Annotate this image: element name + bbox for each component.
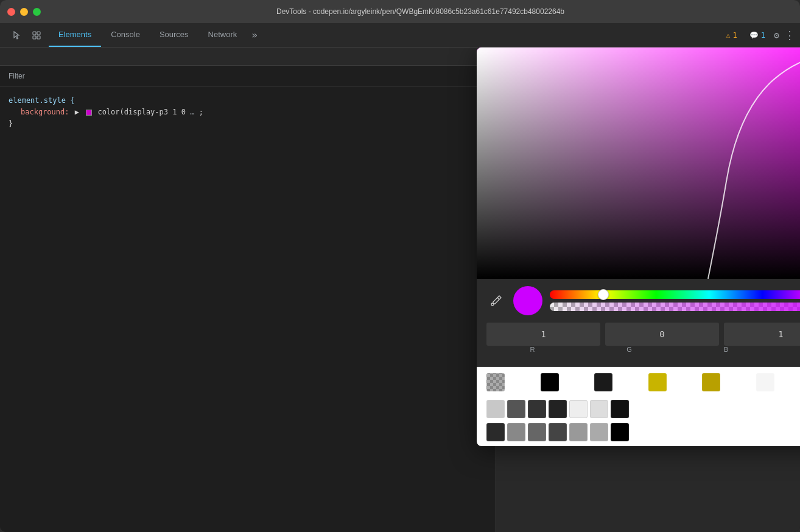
title-bar: DevTools - codepen.io/argyleink/pen/QWBg… bbox=[0, 0, 800, 23]
swatches-row-3 bbox=[477, 421, 800, 446]
swatch-r2-0[interactable] bbox=[486, 400, 505, 418]
maximize-button[interactable] bbox=[33, 8, 41, 16]
info-button[interactable]: 💬 1 bbox=[746, 30, 769, 41]
css-brace-close: } bbox=[9, 119, 13, 128]
devtools-tab-bar: Elements Console Sources Network » ⚠ 1 💬… bbox=[0, 23, 800, 47]
svg-rect-1 bbox=[37, 32, 40, 35]
g-label: G bbox=[583, 346, 675, 353]
swatch-r2-1[interactable] bbox=[507, 400, 525, 418]
rgba-input-row: ▲ ▼ bbox=[486, 323, 800, 346]
swatch-2[interactable] bbox=[648, 373, 667, 391]
css-closing-brace: } bbox=[9, 118, 487, 130]
r-input[interactable] bbox=[486, 323, 600, 346]
tab-actions: ⚠ 1 💬 1 ⚙ ⋮ bbox=[722, 23, 795, 47]
g-input[interactable] bbox=[605, 323, 719, 346]
tab-more-button[interactable]: » bbox=[247, 23, 262, 47]
chat-icon: 💬 bbox=[749, 31, 759, 40]
swatch-r2-4[interactable] bbox=[569, 400, 588, 418]
swatch-r3-0[interactable] bbox=[486, 423, 505, 441]
elements-panel: Filter element.style { background: ▶ col… bbox=[0, 47, 496, 532]
color-sliders bbox=[550, 290, 800, 311]
swatch-r2-5[interactable] bbox=[590, 400, 608, 418]
eyedropper-button[interactable] bbox=[486, 291, 506, 310]
swatch-0[interactable] bbox=[541, 373, 559, 391]
tab-console[interactable]: Console bbox=[101, 23, 150, 47]
svg-rect-6 bbox=[477, 47, 800, 279]
close-button[interactable] bbox=[7, 8, 15, 16]
css-code-area: element.style { background: ▶ color(disp… bbox=[0, 86, 496, 532]
swatch-3[interactable] bbox=[702, 373, 720, 391]
elements-toolbar bbox=[0, 47, 496, 66]
swatch-r3-2[interactable] bbox=[528, 423, 546, 441]
tab-network[interactable]: Network bbox=[198, 23, 247, 47]
swatches-row-2 bbox=[477, 397, 800, 421]
swatch-r3-6[interactable] bbox=[611, 423, 629, 441]
color-gradient-area[interactable]: sRGB ✕ bbox=[477, 47, 800, 279]
color-preview-row bbox=[486, 286, 800, 315]
filter-bar: Filter bbox=[0, 66, 496, 86]
swatches-grid-1 bbox=[486, 373, 800, 391]
svg-rect-0 bbox=[33, 32, 36, 35]
css-expand-icon[interactable]: ▶ bbox=[75, 108, 79, 116]
swatch-r3-1[interactable] bbox=[507, 423, 525, 441]
svg-rect-2 bbox=[33, 36, 36, 39]
window-title: DevTools - codepen.io/argyleink/pen/QWBg… bbox=[48, 7, 793, 16]
css-selector-line: element.style { bbox=[9, 95, 487, 107]
css-property: background: bbox=[21, 108, 69, 116]
swatch-r2-2[interactable] bbox=[528, 400, 546, 418]
color-preview-circle bbox=[513, 286, 542, 315]
warning-icon: ⚠ bbox=[726, 31, 730, 40]
traffic-lights bbox=[7, 8, 41, 16]
a-label: A bbox=[777, 346, 800, 353]
devtools-window: DevTools - codepen.io/argyleink/pen/QWBg… bbox=[0, 0, 800, 532]
swatch-r2-3[interactable] bbox=[549, 400, 567, 418]
css-selector: element.style { bbox=[9, 96, 74, 105]
more-options-button[interactable]: ⋮ bbox=[784, 29, 795, 41]
css-semicolon: ; bbox=[199, 108, 203, 116]
swatches-section-1: ▲ ▼ bbox=[477, 366, 800, 397]
main-content: Filter element.style { background: ▶ col… bbox=[0, 47, 800, 532]
minimize-button[interactable] bbox=[20, 8, 28, 16]
inspector-icon[interactable] bbox=[28, 27, 45, 44]
swatch-r2-6[interactable] bbox=[611, 400, 629, 418]
hue-thumb[interactable] bbox=[598, 289, 609, 300]
r-label: R bbox=[486, 346, 578, 353]
color-swatch-inline[interactable] bbox=[86, 110, 92, 116]
b-label: B bbox=[680, 346, 772, 353]
tab-icons-group bbox=[5, 23, 49, 47]
swatch-4[interactable] bbox=[756, 373, 774, 391]
tab-elements[interactable]: Elements bbox=[49, 23, 101, 47]
swatch-r3-3[interactable] bbox=[549, 423, 567, 441]
css-value: color(display-p3 1 0 bbox=[97, 108, 186, 116]
alpha-slider[interactable] bbox=[550, 303, 800, 311]
tab-sources[interactable]: Sources bbox=[150, 23, 198, 47]
b-input[interactable] bbox=[724, 323, 800, 346]
settings-button[interactable]: ⚙ bbox=[774, 30, 779, 41]
styles-panel: sRGB ✕ bbox=[496, 47, 800, 532]
color-picker-controls: ▲ ▼ R G B A bbox=[477, 279, 800, 366]
svg-rect-3 bbox=[37, 36, 40, 39]
swatch-transparent[interactable] bbox=[486, 373, 505, 391]
svg-point-8 bbox=[491, 303, 494, 306]
swatch-1[interactable] bbox=[594, 373, 612, 391]
warnings-button[interactable]: ⚠ 1 bbox=[722, 30, 740, 41]
css-value-truncated: … bbox=[190, 108, 194, 116]
swatch-r3-4[interactable] bbox=[569, 423, 588, 441]
gradient-svg bbox=[477, 47, 800, 279]
hue-slider[interactable] bbox=[550, 290, 800, 299]
filter-label: Filter bbox=[9, 72, 25, 80]
swatch-r3-5[interactable] bbox=[590, 423, 608, 441]
rgba-labels-row: R G B A bbox=[486, 346, 800, 353]
css-property-line: background: ▶ color(display-p3 1 0 … ; bbox=[9, 107, 487, 118]
cursor-icon[interactable] bbox=[9, 27, 26, 44]
color-picker-popup: sRGB ✕ bbox=[477, 47, 800, 446]
